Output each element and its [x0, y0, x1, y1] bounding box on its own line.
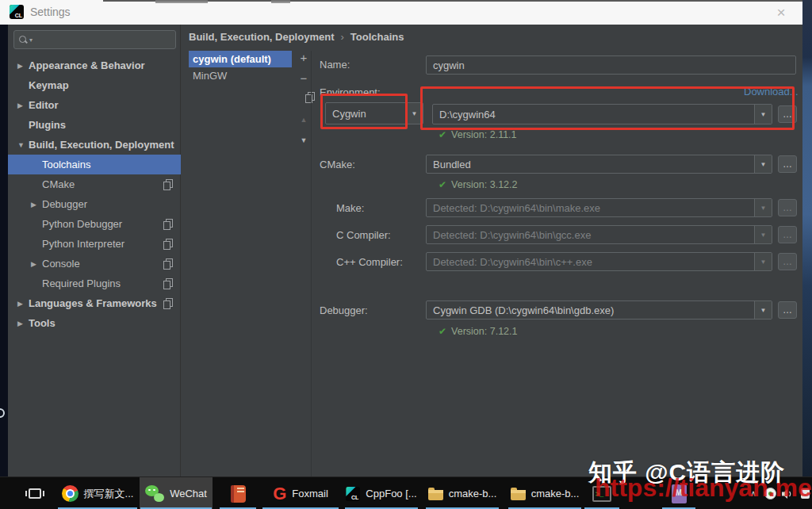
- chevron-right-icon[interactable]: ▶: [17, 101, 29, 109]
- wechat-icon: [145, 485, 164, 503]
- chevron-down-icon[interactable]: ▼: [405, 103, 423, 124]
- screen: CL Settings × ▾ ▶Appearance & Behavior K…: [0, 0, 812, 509]
- desktop-left-edge: [0, 25, 8, 476]
- environment-path-select[interactable]: D:\cygwin64 ▼: [432, 104, 772, 124]
- sidebar-item-python-debugger[interactable]: Python Debugger: [8, 214, 181, 234]
- background-window-artifact: [271, 0, 290, 3]
- sidebar-item-languages-frameworks[interactable]: ▶Languages & Frameworks: [8, 293, 181, 313]
- debugger-select[interactable]: Cygwin GDB (D:\cygwin64\bin\gdb.exe) ▼: [426, 300, 772, 320]
- cpp-compiler-select[interactable]: Detected: D:\cygwin64\bin\c++.exe ▼: [426, 252, 772, 271]
- cmake-label: CMake:: [320, 159, 355, 170]
- chevron-right-icon[interactable]: ▶: [17, 300, 29, 308]
- breadcrumb: Build, Execution, Deployment › Toolchain…: [189, 31, 404, 43]
- taskbar-foxmail[interactable]: G Foxmail: [262, 477, 339, 509]
- make-select[interactable]: Detected: D:\cygwin64\bin\make.exe ▼: [426, 198, 772, 217]
- c-compiler-label: C Compiler:: [336, 229, 391, 241]
- sidebar-item-python-interpreter[interactable]: Python Interpreter: [8, 234, 181, 254]
- add-toolchain-button[interactable]: +: [297, 51, 311, 65]
- chevron-down-icon[interactable]: ▼: [17, 141, 29, 149]
- environment-type-select[interactable]: Cygwin ▼: [325, 102, 423, 124]
- copy-settings-icon: [163, 278, 173, 289]
- download-link[interactable]: Download...: [744, 86, 799, 98]
- taskbar-chrome[interactable]: 撰写新文...: [57, 477, 138, 509]
- sidebar-item-appearance-behavior[interactable]: ▶Appearance & Behavior: [8, 55, 181, 75]
- make-browse-button[interactable]: …: [778, 199, 797, 216]
- sidebar-item-cmake[interactable]: CMake: [8, 174, 181, 194]
- move-down-button[interactable]: ▼: [297, 133, 311, 147]
- settings-dialog: ▾ ▶Appearance & Behavior Keymap ▶Editor …: [8, 25, 802, 476]
- c-compiler-browse-button[interactable]: …: [778, 226, 797, 243]
- chevron-right-icon[interactable]: ▶: [17, 320, 29, 327]
- chevron-down-icon[interactable]: ▼: [754, 155, 772, 173]
- task-view-button[interactable]: [21, 477, 49, 509]
- taskbar-folder-cmake-1[interactable]: cmake-b...: [425, 477, 500, 509]
- sidebar-item-toolchains[interactable]: Toolchains: [8, 155, 181, 174]
- sidebar-item-build-execution-deployment[interactable]: ▼Build, Execution, Deployment: [8, 135, 181, 155]
- sidebar-item-keymap[interactable]: Keymap: [8, 75, 181, 95]
- chevron-down-icon[interactable]: ▼: [754, 105, 772, 124]
- cmake-version-status: ✔ Version: 3.12.2: [439, 179, 517, 190]
- sidebar-item-debugger[interactable]: ▶Debugger: [8, 194, 181, 214]
- sidebar-item-console[interactable]: ▶Console: [8, 254, 181, 274]
- taskbar-folder-cmake-2[interactable]: cmake-b...: [508, 477, 582, 509]
- chevron-down-icon[interactable]: ▼: [754, 253, 772, 270]
- taskbar-wechat[interactable]: WeChat: [140, 477, 213, 509]
- debugger-browse-button[interactable]: …: [778, 301, 797, 319]
- toolchain-item-cygwin[interactable]: cygwin (default): [189, 51, 292, 67]
- chevron-down-icon[interactable]: ▼: [754, 226, 772, 243]
- chevron-right-icon[interactable]: ▶: [17, 62, 29, 70]
- foxmail-icon: G: [273, 486, 286, 502]
- check-icon: ✔: [439, 129, 446, 140]
- toolchain-toolbar: + − ▲ ▼: [295, 51, 312, 147]
- make-label: Make:: [336, 202, 364, 214]
- background-window-artifact: [155, 0, 208, 3]
- breadcrumb-page: Toolchains: [350, 31, 404, 43]
- copy-settings-icon: [163, 179, 173, 189]
- task-view-icon: [29, 488, 41, 499]
- dictionary-icon: [231, 485, 246, 503]
- folder-icon: [428, 490, 443, 500]
- sidebar-item-plugins[interactable]: Plugins: [8, 115, 181, 135]
- chevron-right-icon[interactable]: ▶: [31, 201, 42, 209]
- toolchain-list: cygwin (default) MinGW: [189, 51, 292, 84]
- environment-label: Environment:: [320, 86, 381, 98]
- check-icon: ✔: [439, 179, 446, 190]
- cpp-compiler-browse-button[interactable]: …: [778, 253, 797, 270]
- search-icon: [19, 36, 28, 44]
- copy-settings-icon: [163, 219, 173, 229]
- close-icon[interactable]: ×: [771, 4, 791, 21]
- c-compiler-select[interactable]: Detected: D:\cygwin64\bin\gcc.exe ▼: [426, 225, 772, 244]
- breadcrumb-section[interactable]: Build, Execution, Deployment: [189, 31, 334, 43]
- sidebar-item-required-plugins[interactable]: Required Plugins: [8, 274, 181, 293]
- remove-toolchain-button[interactable]: −: [297, 71, 311, 86]
- name-input[interactable]: cygwin: [426, 55, 796, 75]
- taskbar-clion[interactable]: CL CppFoo [...: [344, 477, 419, 509]
- sidebar-item-editor[interactable]: ▶Editor: [8, 95, 181, 115]
- name-label: Name:: [320, 59, 350, 71]
- chrome-icon: [62, 485, 79, 502]
- chevron-down-icon[interactable]: ▼: [754, 199, 772, 216]
- desktop-artifact: [0, 408, 5, 418]
- toolchain-item-mingw[interactable]: MinGW: [189, 67, 292, 84]
- chevron-down-icon[interactable]: ▼: [754, 301, 772, 319]
- settings-sidebar: ▾ ▶Appearance & Behavior Keymap ▶Editor …: [8, 25, 181, 476]
- settings-tree: ▶Appearance & Behavior Keymap ▶Editor Pl…: [8, 55, 181, 333]
- copy-settings-icon: [163, 258, 173, 269]
- url-watermark: https://tianyan.me: [595, 473, 812, 503]
- environment-browse-button[interactable]: …: [778, 105, 797, 123]
- background-window-edge: [103, 0, 812, 2]
- settings-titlebar: CL Settings ×: [0, 0, 802, 25]
- chevron-right-icon[interactable]: ▶: [31, 260, 42, 268]
- search-input[interactable]: ▾: [13, 30, 176, 49]
- debugger-label: Debugger:: [320, 304, 368, 316]
- cmake-select[interactable]: Bundled ▼: [426, 155, 772, 174]
- copy-settings-icon: [163, 239, 173, 249]
- move-up-button[interactable]: ▲: [297, 113, 311, 127]
- taskbar-dictionary[interactable]: [219, 477, 257, 509]
- breadcrumb-separator: ›: [340, 31, 343, 43]
- copy-toolchain-button[interactable]: [297, 92, 311, 106]
- copy-settings-icon: [163, 298, 173, 308]
- search-history-caret-icon[interactable]: ▾: [29, 36, 33, 44]
- sidebar-item-tools[interactable]: ▶Tools: [8, 313, 181, 333]
- cmake-browse-button[interactable]: …: [778, 155, 797, 173]
